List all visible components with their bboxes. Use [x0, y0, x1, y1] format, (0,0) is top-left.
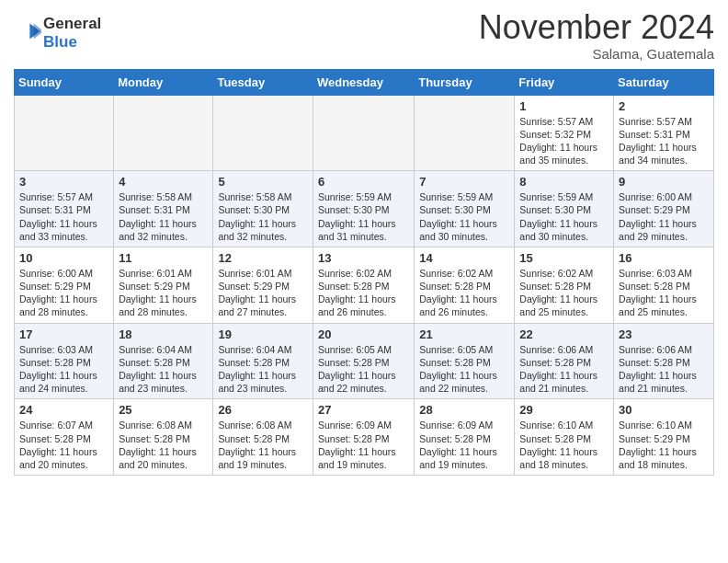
calendar-cell: 20Sunrise: 6:05 AMSunset: 5:28 PMDayligh…: [313, 323, 414, 399]
calendar-cell: 19Sunrise: 6:04 AMSunset: 5:28 PMDayligh…: [213, 323, 313, 399]
day-info: Sunrise: 6:10 AMSunset: 5:29 PMDaylight:…: [619, 419, 709, 471]
day-number: 19: [218, 327, 308, 341]
calendar-cell: 1Sunrise: 5:57 AMSunset: 5:32 PMDaylight…: [515, 95, 614, 171]
day-info: Sunrise: 5:58 AMSunset: 5:31 PMDaylight:…: [119, 190, 208, 243]
calendar-cell: [313, 95, 414, 171]
day-info: Sunrise: 5:59 AMSunset: 5:30 PMDaylight:…: [519, 190, 609, 243]
page: General Blue November 2024 Salama, Guate…: [0, 0, 728, 489]
calendar: SundayMondayTuesdayWednesdayThursdayFrid…: [14, 69, 714, 476]
day-info: Sunrise: 6:09 AMSunset: 5:28 PMDaylight:…: [419, 419, 509, 471]
weekday-header-thursday: Thursday: [415, 69, 515, 95]
calendar-cell: 27Sunrise: 6:09 AMSunset: 5:28 PMDayligh…: [313, 399, 414, 476]
calendar-week-1: 1Sunrise: 5:57 AMSunset: 5:32 PMDaylight…: [15, 95, 714, 171]
day-info: Sunrise: 6:06 AMSunset: 5:28 PMDaylight:…: [619, 343, 709, 396]
day-info: Sunrise: 6:04 AMSunset: 5:28 PMDaylight:…: [218, 343, 308, 396]
weekday-header-sunday: Sunday: [15, 69, 114, 95]
calendar-week-4: 17Sunrise: 6:03 AMSunset: 5:28 PMDayligh…: [15, 323, 714, 399]
day-info: Sunrise: 6:00 AMSunset: 5:29 PMDaylight:…: [619, 190, 709, 243]
day-number: 13: [318, 251, 409, 265]
day-number: 15: [519, 251, 609, 265]
logo-text: General Blue: [43, 15, 101, 52]
day-number: 18: [119, 327, 208, 341]
day-number: 25: [119, 403, 208, 417]
day-info: Sunrise: 6:05 AMSunset: 5:28 PMDaylight:…: [419, 343, 509, 396]
day-info: Sunrise: 5:57 AMSunset: 5:31 PMDaylight:…: [619, 115, 709, 167]
day-info: Sunrise: 5:57 AMSunset: 5:32 PMDaylight:…: [519, 115, 609, 167]
calendar-cell: 22Sunrise: 6:06 AMSunset: 5:28 PMDayligh…: [515, 323, 614, 399]
calendar-cell: 28Sunrise: 6:09 AMSunset: 5:28 PMDayligh…: [415, 399, 515, 476]
calendar-cell: 2Sunrise: 5:57 AMSunset: 5:31 PMDaylight…: [614, 95, 714, 171]
day-info: Sunrise: 6:01 AMSunset: 5:29 PMDaylight:…: [119, 267, 208, 319]
day-number: 23: [619, 327, 709, 341]
day-number: 20: [318, 327, 409, 341]
day-info: Sunrise: 6:07 AMSunset: 5:28 PMDaylight:…: [19, 419, 108, 471]
day-info: Sunrise: 6:01 AMSunset: 5:29 PMDaylight:…: [218, 267, 308, 319]
calendar-cell: 21Sunrise: 6:05 AMSunset: 5:28 PMDayligh…: [415, 323, 515, 399]
calendar-cell: [114, 95, 213, 171]
calendar-cell: 16Sunrise: 6:03 AMSunset: 5:28 PMDayligh…: [614, 247, 714, 323]
day-info: Sunrise: 6:00 AMSunset: 5:29 PMDaylight:…: [19, 267, 108, 319]
day-info: Sunrise: 5:59 AMSunset: 5:30 PMDaylight:…: [419, 190, 509, 243]
calendar-week-2: 3Sunrise: 5:57 AMSunset: 5:31 PMDaylight…: [15, 171, 714, 247]
calendar-cell: 6Sunrise: 5:59 AMSunset: 5:30 PMDaylight…: [313, 171, 414, 247]
day-number: 22: [519, 327, 609, 341]
day-info: Sunrise: 6:09 AMSunset: 5:28 PMDaylight:…: [318, 419, 409, 471]
calendar-cell: 13Sunrise: 6:02 AMSunset: 5:28 PMDayligh…: [313, 247, 414, 323]
calendar-cell: 25Sunrise: 6:08 AMSunset: 5:28 PMDayligh…: [114, 399, 213, 476]
calendar-cell: 12Sunrise: 6:01 AMSunset: 5:29 PMDayligh…: [213, 247, 313, 323]
weekday-header-friday: Friday: [515, 69, 614, 95]
day-info: Sunrise: 6:03 AMSunset: 5:28 PMDaylight:…: [619, 267, 709, 319]
calendar-cell: 3Sunrise: 5:57 AMSunset: 5:31 PMDaylight…: [15, 171, 114, 247]
day-number: 8: [519, 175, 609, 189]
day-info: Sunrise: 5:58 AMSunset: 5:30 PMDaylight:…: [218, 190, 308, 243]
day-number: 26: [218, 403, 308, 417]
svg-marker-1: [34, 24, 41, 40]
calendar-cell: 10Sunrise: 6:00 AMSunset: 5:29 PMDayligh…: [15, 247, 114, 323]
calendar-cell: 15Sunrise: 6:02 AMSunset: 5:28 PMDayligh…: [515, 247, 614, 323]
day-number: 7: [419, 175, 509, 189]
calendar-cell: 14Sunrise: 6:02 AMSunset: 5:28 PMDayligh…: [415, 247, 515, 323]
calendar-cell: 29Sunrise: 6:10 AMSunset: 5:28 PMDayligh…: [515, 399, 614, 476]
day-number: 2: [619, 99, 709, 113]
weekday-header-row: SundayMondayTuesdayWednesdayThursdayFrid…: [15, 69, 714, 95]
day-info: Sunrise: 6:02 AMSunset: 5:28 PMDaylight:…: [419, 267, 509, 319]
weekday-header-saturday: Saturday: [614, 69, 714, 95]
day-number: 10: [19, 251, 108, 265]
day-number: 12: [218, 251, 308, 265]
calendar-week-5: 24Sunrise: 6:07 AMSunset: 5:28 PMDayligh…: [15, 399, 714, 476]
calendar-cell: 8Sunrise: 5:59 AMSunset: 5:30 PMDaylight…: [515, 171, 614, 247]
day-number: 21: [419, 327, 509, 341]
calendar-week-3: 10Sunrise: 6:00 AMSunset: 5:29 PMDayligh…: [15, 247, 714, 323]
day-info: Sunrise: 6:05 AMSunset: 5:28 PMDaylight:…: [318, 343, 409, 396]
day-number: 29: [519, 403, 609, 417]
day-number: 5: [218, 175, 308, 189]
day-number: 9: [619, 175, 709, 189]
calendar-cell: [15, 95, 114, 171]
day-info: Sunrise: 6:10 AMSunset: 5:28 PMDaylight:…: [519, 419, 609, 471]
day-number: 1: [519, 99, 609, 113]
header: General Blue November 2024 Salama, Guate…: [14, 9, 714, 62]
calendar-cell: [415, 95, 515, 171]
day-info: Sunrise: 6:03 AMSunset: 5:28 PMDaylight:…: [19, 343, 108, 396]
calendar-cell: 11Sunrise: 6:01 AMSunset: 5:29 PMDayligh…: [114, 247, 213, 323]
day-info: Sunrise: 6:02 AMSunset: 5:28 PMDaylight:…: [519, 267, 609, 319]
day-info: Sunrise: 6:08 AMSunset: 5:28 PMDaylight:…: [119, 419, 208, 471]
location: Salama, Guatemala: [479, 46, 714, 62]
calendar-cell: 17Sunrise: 6:03 AMSunset: 5:28 PMDayligh…: [15, 323, 114, 399]
calendar-cell: 4Sunrise: 5:58 AMSunset: 5:31 PMDaylight…: [114, 171, 213, 247]
day-info: Sunrise: 6:06 AMSunset: 5:28 PMDaylight:…: [519, 343, 609, 396]
calendar-cell: 7Sunrise: 5:59 AMSunset: 5:30 PMDaylight…: [415, 171, 515, 247]
weekday-header-monday: Monday: [114, 69, 213, 95]
logo: [14, 18, 41, 48]
calendar-cell: 5Sunrise: 5:58 AMSunset: 5:30 PMDaylight…: [213, 171, 313, 247]
day-number: 14: [419, 251, 509, 265]
day-info: Sunrise: 6:08 AMSunset: 5:28 PMDaylight:…: [218, 419, 308, 471]
day-number: 30: [619, 403, 709, 417]
day-number: 28: [419, 403, 509, 417]
day-info: Sunrise: 5:59 AMSunset: 5:30 PMDaylight:…: [318, 190, 409, 243]
calendar-cell: 26Sunrise: 6:08 AMSunset: 5:28 PMDayligh…: [213, 399, 313, 476]
day-number: 3: [19, 175, 108, 189]
logo-area: General Blue: [14, 9, 101, 52]
day-number: 6: [318, 175, 409, 189]
day-info: Sunrise: 5:57 AMSunset: 5:31 PMDaylight:…: [19, 190, 108, 243]
